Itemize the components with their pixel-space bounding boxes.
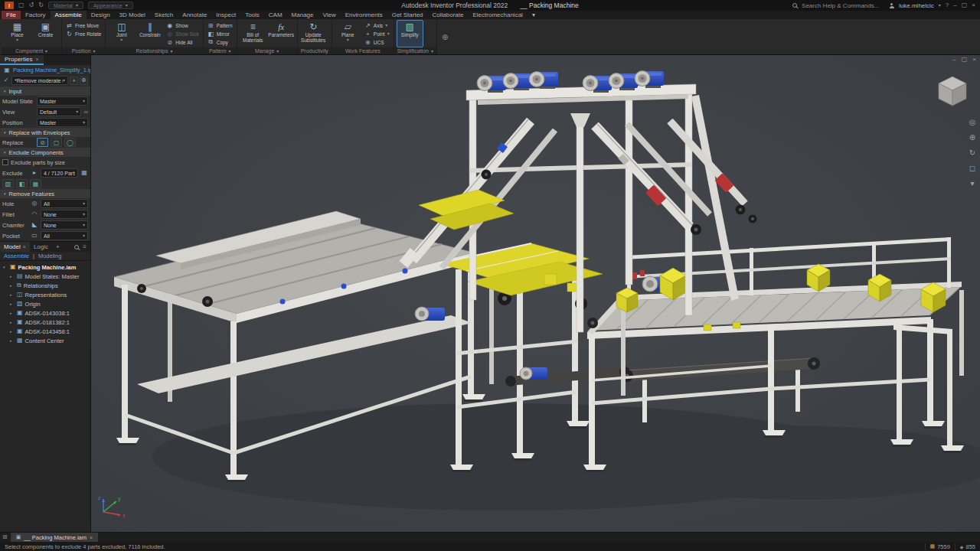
- add-preset-button[interactable]: +: [70, 77, 78, 85]
- minimize-button[interactable]: –: [953, 2, 956, 8]
- orbit-icon[interactable]: ↻: [966, 148, 978, 157]
- hole-dropdown[interactable]: All▾: [41, 199, 88, 208]
- tab-electromechanical[interactable]: Electromechanical: [469, 11, 528, 19]
- exclude-by-size-checkbox[interactable]: [2, 159, 8, 165]
- mode-assemble[interactable]: Assemble: [4, 253, 29, 259]
- simplify-button[interactable]: ▧ Simplify: [397, 20, 423, 47]
- browser-search-icon[interactable]: [74, 245, 79, 249]
- group-label-manage[interactable]: Manage▾: [237, 47, 297, 54]
- point-button[interactable]: +Point▾: [363, 30, 391, 37]
- tree-item-relationships[interactable]: ▸ ⧉ Relationships: [0, 281, 90, 290]
- parameters-button[interactable]: fx Parameters: [268, 20, 295, 47]
- expander-icon[interactable]: ▸: [10, 292, 15, 297]
- view-cube[interactable]: [934, 72, 971, 109]
- expander-icon[interactable]: ▸: [10, 311, 15, 315]
- undo-icon[interactable]: ↺: [29, 2, 34, 8]
- tab-collaborate[interactable]: Collaborate: [428, 11, 469, 19]
- mode-modeling[interactable]: Modeling: [38, 253, 61, 259]
- link-icon[interactable]: ∞: [83, 109, 88, 116]
- search-input[interactable]: [802, 2, 884, 9]
- material-dropdown[interactable]: Material▾: [48, 2, 83, 9]
- section-input[interactable]: ▾Input: [0, 86, 90, 96]
- view-dropdown[interactable]: Default▾: [37, 107, 81, 116]
- tab-manage[interactable]: Manage: [287, 11, 318, 19]
- tree-item-content-center[interactable]: ▸ ▦ Content Center: [0, 336, 90, 345]
- appearance-dropdown[interactable]: Appearance▾: [88, 2, 133, 9]
- create-button[interactable]: ▣ Create: [32, 20, 59, 47]
- expander-icon[interactable]: ▸: [10, 338, 15, 343]
- copy-button[interactable]: ⧉Copy: [206, 38, 234, 46]
- free-move-button[interactable]: ⇄Free Move: [64, 21, 103, 29]
- select-mode-1-button[interactable]: ▧: [2, 179, 14, 188]
- tree-item-component-1[interactable]: ▸ ▣ ADSK-0143038:1: [0, 308, 90, 318]
- doc-restore-button[interactable]: ▢: [962, 56, 968, 63]
- new-file-icon[interactable]: ▢: [18, 2, 24, 8]
- tab-tools[interactable]: Tools: [240, 11, 264, 19]
- tab-properties[interactable]: Properties×: [0, 55, 44, 65]
- tab-get-started[interactable]: Get Started: [387, 11, 428, 19]
- add-browser-tab-button[interactable]: +: [52, 242, 64, 252]
- expander-icon[interactable]: ▸: [10, 329, 15, 334]
- tab-design[interactable]: Design: [87, 11, 115, 19]
- preset-settings-button[interactable]: ⚙: [80, 77, 88, 85]
- place-button[interactable]: ▦ Place ▾: [4, 20, 31, 47]
- tab-logic[interactable]: Logic: [30, 242, 52, 252]
- expander-icon[interactable]: ▸: [10, 283, 15, 288]
- axis-button[interactable]: ↗Axis▾: [363, 21, 391, 29]
- doc-strip-grid-icon[interactable]: ⊞: [2, 534, 8, 540]
- group-label-work-features[interactable]: Work Features: [332, 47, 394, 54]
- group-label-simplification[interactable]: Simplification▾: [394, 47, 436, 54]
- help-icon[interactable]: ?: [946, 2, 949, 8]
- model-state-dropdown[interactable]: Master▾: [37, 96, 88, 106]
- tree-item-origin[interactable]: ▸ ▧ Origin: [0, 299, 90, 308]
- exclude-list-icon[interactable]: ▦: [80, 170, 88, 176]
- doc-close-button[interactable]: ×: [972, 56, 976, 63]
- tab-assemble[interactable]: Assemble: [51, 11, 87, 19]
- maximize-button[interactable]: ▢: [962, 2, 968, 8]
- close-icon[interactable]: ×: [23, 244, 26, 249]
- group-label-pattern[interactable]: Pattern▾: [204, 47, 237, 54]
- section-exclude-components[interactable]: ▾Exclude Components: [0, 148, 90, 157]
- fillet-dropdown[interactable]: None▾: [41, 210, 88, 219]
- navbar-more-icon[interactable]: ▾: [966, 179, 978, 187]
- expander-icon[interactable]: ▾: [3, 265, 8, 269]
- group-label-productivity[interactable]: Productivity: [298, 47, 332, 54]
- ucs-button[interactable]: ⊕UCS: [363, 38, 391, 46]
- pattern-button[interactable]: ⊞Pattern: [206, 21, 234, 29]
- redo-icon[interactable]: ↻: [38, 2, 44, 8]
- tab-cam[interactable]: CAM: [264, 11, 287, 19]
- select-mode-2-button[interactable]: ◧: [16, 179, 28, 188]
- tree-item-root[interactable]: ▾ ▣ Packing Machine.iam: [0, 262, 90, 272]
- close-icon[interactable]: ×: [35, 57, 38, 62]
- plane-button[interactable]: ▱ Plane ▾: [335, 20, 361, 47]
- group-label-relationships[interactable]: Relationships▾: [106, 47, 202, 54]
- group-label-component[interactable]: Component▾: [2, 47, 61, 54]
- envelope-box-button[interactable]: ▢: [51, 138, 62, 147]
- exclude-select-icon[interactable]: ▸: [31, 170, 38, 176]
- show-button[interactable]: ◉Show: [165, 21, 200, 29]
- navigation-wheel-icon[interactable]: ◎: [966, 118, 978, 126]
- tab-environments[interactable]: Environments: [341, 11, 387, 19]
- chamfer-dropdown[interactable]: None▾: [41, 220, 88, 230]
- pocket-dropdown[interactable]: All▾: [41, 231, 88, 240]
- tree-item-component-3[interactable]: ▸ ▣ ADSK-0143458:1: [0, 327, 90, 336]
- envelope-none-button[interactable]: ⊘: [37, 138, 48, 147]
- preset-dropdown[interactable]: *Remove moderate detail (...▾: [11, 76, 68, 85]
- document-tab[interactable]: ▣ __ Packing Machine.iam ×: [11, 533, 98, 542]
- tree-item-component-2[interactable]: ▸ ▣ ADSK-0181382:1: [0, 318, 90, 327]
- group-label-position[interactable]: Position▾: [62, 47, 105, 54]
- exclude-count-box[interactable]: 4 / 7120 Parts: [41, 168, 78, 178]
- expander-icon[interactable]: ▸: [10, 320, 15, 324]
- user-menu[interactable]: luke.mihelcic: [899, 2, 934, 9]
- ribbon-overflow-icon[interactable]: ▾: [528, 11, 540, 19]
- tab-inspect[interactable]: Inspect: [211, 11, 240, 19]
- tab-model[interactable]: Model×: [0, 242, 30, 252]
- close-icon[interactable]: ×: [90, 535, 93, 540]
- tab-view[interactable]: View: [318, 11, 341, 19]
- expander-icon[interactable]: ▸: [10, 274, 15, 279]
- close-button[interactable]: ×: [972, 2, 975, 8]
- simplify-part-name[interactable]: ▣ Packing Machine_Simplify_1.ipt: [0, 65, 90, 75]
- pan-icon[interactable]: ⊕: [966, 133, 978, 142]
- hide-all-button[interactable]: ⊘Hide All: [165, 38, 200, 46]
- expand-ribbon-button[interactable]: ⊕: [442, 33, 448, 41]
